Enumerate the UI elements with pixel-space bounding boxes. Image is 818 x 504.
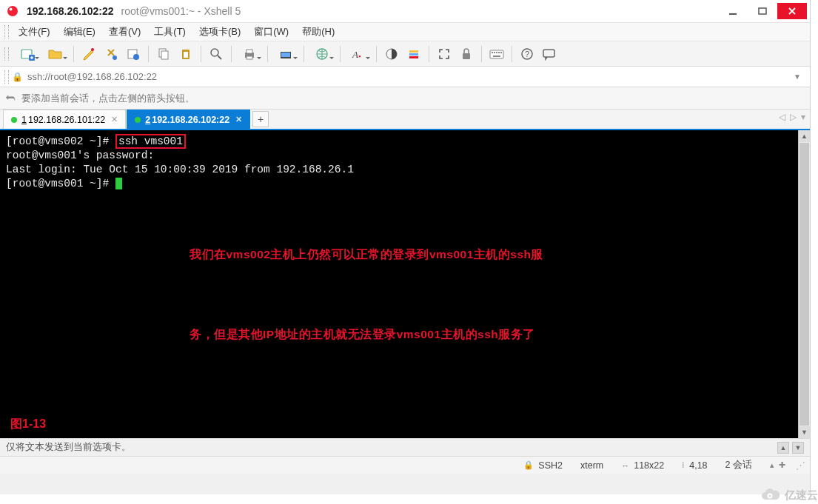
tab-bar: 1 192.168.26.101:22 ✕ 2 192.168.26.102:2… (0, 110, 810, 130)
titlebar: 192.168.26.102:22 root@vms001:~ - Xshell… (0, 0, 810, 22)
annotation-overlay: 我们在vms002主机上仍然可以正常的登录到vms001主机的ssh服 务，但是… (190, 188, 543, 401)
svg-point-14 (211, 49, 218, 56)
tab-next-icon[interactable]: ▷ (788, 112, 798, 122)
status-sessions: 2 会话 (725, 459, 752, 471)
minimize-button[interactable] (718, 3, 748, 19)
svg-point-0 (7, 6, 18, 16)
terminal[interactable]: [root@vms002 ~]# ssh vms001 root@vms001'… (0, 130, 798, 438)
svg-rect-31 (496, 52, 497, 53)
menu-view[interactable]: 查看(V) (102, 23, 147, 41)
feedback-button[interactable] (540, 44, 559, 64)
menu-window[interactable]: 窗口(W) (247, 23, 295, 41)
scroll-thumb[interactable] (799, 143, 809, 426)
svg-rect-19 (281, 53, 290, 57)
lock-icon: 🔒 (12, 72, 23, 82)
maximize-button[interactable] (748, 3, 777, 19)
color-scheme-button[interactable] (382, 44, 401, 64)
svg-rect-26 (409, 56, 418, 58)
compose-button[interactable] (79, 44, 98, 64)
status-bar-local: 仅将文本发送到当前选项卡。 ▲ ▼ (0, 438, 810, 456)
svg-rect-28 (490, 50, 503, 58)
svg-rect-11 (161, 51, 168, 59)
status-protocol: SSH2 (538, 460, 563, 471)
tab-session-1[interactable]: 1 192.168.26.101:22 ✕ (3, 110, 126, 129)
tab1-close-icon[interactable]: ✕ (111, 115, 118, 124)
menu-edit[interactable]: 编辑(E) (57, 23, 102, 41)
plus-small-icon[interactable]: ✚ (779, 460, 785, 470)
status-bar-remote: 🔒SSH2 xterm ↔118x22 ⁞4,18 2 会话 ▴✚ ⋰ (0, 456, 810, 474)
tab1-index: 1 (21, 115, 27, 125)
address-dropdown-icon[interactable]: ▼ (789, 73, 805, 81)
tab-session-2[interactable]: 2 192.168.26.102:22 ✕ (127, 110, 250, 129)
svg-point-9 (133, 54, 139, 60)
terminal-area: [root@vms002 ~]# ssh vms001 root@vms001'… (0, 130, 810, 438)
menu-handle-icon[interactable] (4, 25, 9, 38)
terminal-scrollbar[interactable]: ▲ ▼ (798, 130, 810, 438)
reconnect-button[interactable] (101, 44, 121, 64)
status-dot-icon (11, 117, 17, 123)
svg-rect-37 (543, 50, 554, 57)
svg-point-6 (91, 48, 94, 51)
svg-point-1 (10, 8, 13, 11)
add-tab-button[interactable]: + (252, 111, 269, 127)
menubar: 文件(F) 编辑(E) 查看(V) 工具(T) 选项卡(B) 窗口(W) 帮助(… (0, 22, 810, 41)
tab2-close-icon[interactable]: ✕ (235, 115, 242, 124)
chevron-up-icon[interactable]: ▴ (770, 460, 774, 470)
hint-arrow-icon[interactable]: ⮪ (6, 93, 16, 104)
scroll-down-icon[interactable]: ▼ (799, 426, 810, 438)
svg-rect-13 (184, 52, 188, 58)
open-session-button[interactable] (43, 44, 68, 64)
status-termtype: xterm (580, 460, 603, 471)
fullscreen-button[interactable] (435, 44, 454, 64)
help-button[interactable]: ? (517, 44, 537, 64)
status-size: 118x22 (634, 460, 664, 471)
status-scroll-up-icon[interactable]: ▲ (777, 442, 789, 454)
status-local-text: 仅将文本发送到当前选项卡。 (6, 441, 131, 454)
svg-point-39 (769, 495, 771, 497)
find-button[interactable] (207, 44, 226, 64)
status-scroll-down-icon[interactable]: ▼ (792, 442, 804, 454)
tab-prev-icon[interactable]: ◁ (777, 112, 787, 122)
svg-rect-29 (492, 52, 493, 53)
app-icon (6, 4, 19, 18)
lock-button[interactable] (457, 44, 476, 64)
hint-text: 要添加当前会话，点击左侧的箭头按钮。 (21, 92, 195, 105)
term-command-highlighted: ssh vms001 (115, 134, 186, 149)
status-dot-icon (135, 117, 141, 123)
menu-tools[interactable]: 工具(T) (147, 23, 192, 41)
menu-tabs[interactable]: 选项卡(B) (192, 23, 247, 41)
menu-help[interactable]: 帮助(H) (295, 23, 341, 41)
lock-small-icon: 🔒 (523, 460, 534, 470)
print-button[interactable] (237, 44, 262, 64)
file-transfer-button[interactable] (273, 44, 298, 64)
svg-text:A: A (352, 49, 358, 60)
highlight-button[interactable] (404, 44, 423, 64)
cursor-icon (115, 178, 122, 189)
cursor-pos-icon: ⁞ (682, 460, 685, 470)
toolbar: A▪ ? (0, 41, 810, 67)
tab-list-icon[interactable]: ▾ (799, 112, 807, 122)
toolbar-handle-icon[interactable] (4, 47, 9, 61)
scroll-up-icon[interactable]: ▲ (799, 130, 810, 142)
address-url[interactable]: ssh://root@192.168.26.102:22 (27, 71, 789, 82)
address-bar: 🔒 ssh://root@192.168.26.102:22 ▼ (0, 67, 810, 87)
tab1-label: 192.168.26.101:22 (28, 115, 105, 125)
address-handle-icon[interactable] (4, 70, 9, 84)
copy-button[interactable] (154, 44, 173, 64)
close-button[interactable] (777, 3, 807, 19)
properties-button[interactable] (124, 44, 143, 64)
font-button[interactable]: A▪ (346, 44, 371, 64)
cloud-icon (760, 488, 782, 503)
tab2-label: 192.168.26.102:22 (152, 115, 229, 125)
menu-file[interactable]: 文件(F) (12, 23, 57, 41)
svg-rect-17 (247, 56, 252, 59)
paste-button[interactable] (176, 44, 195, 64)
annotation-line1: 我们在vms002主机上仍然可以正常的登录到vms001主机的ssh服 (190, 241, 543, 268)
encoding-button[interactable] (309, 44, 335, 64)
new-session-button[interactable] (15, 44, 40, 64)
term-prompt-1: [root@vms002 ~]# (6, 135, 115, 147)
resize-grip-icon[interactable]: ⋰ (796, 460, 804, 471)
keyboard-button[interactable] (487, 44, 506, 64)
status-cursor: 4,18 (689, 460, 707, 471)
svg-rect-25 (409, 53, 418, 56)
